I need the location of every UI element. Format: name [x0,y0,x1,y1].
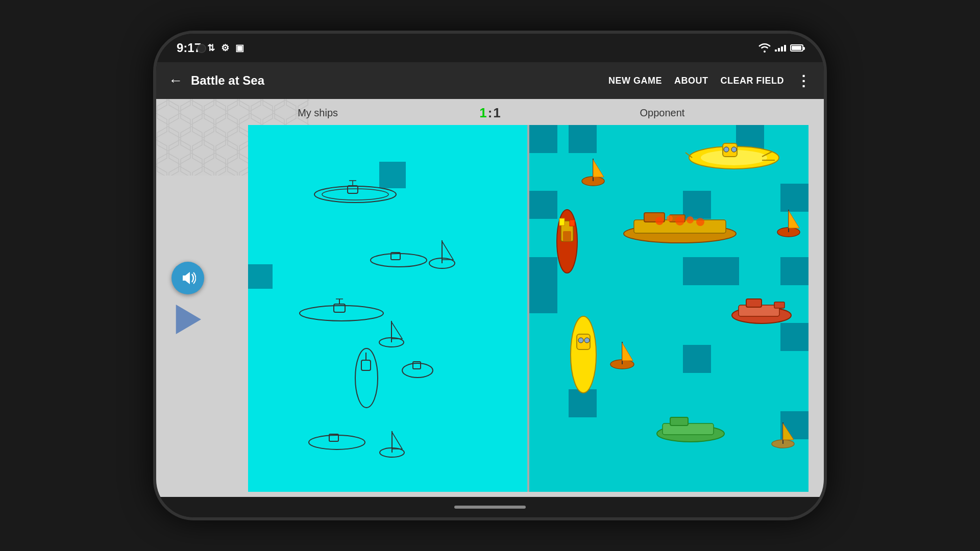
svg-point-16 [300,306,383,321]
left-controls [172,262,204,334]
settings-icon: ⚙ [221,42,229,54]
play-button[interactable] [172,305,201,334]
svg-marker-60 [789,211,799,228]
data-sync-icon: ⇅ [207,42,215,54]
score-player2: 1 [493,105,500,121]
large-vertical-ship [349,345,384,411]
svg-rect-55 [563,231,571,241]
opponent-label: Opponent [501,107,824,119]
volume-down-button[interactable] [153,187,155,217]
speaker-icon [180,270,196,286]
svg-marker-43 [593,160,604,177]
svg-marker-15 [442,241,453,260]
power-button[interactable] [825,182,827,233]
opponent-sailboat-3 [607,338,637,371]
opponent-sailboat-2 [775,206,803,239]
small-ship-1 [365,242,432,270]
toolbar: ← Battle at Sea NEW GAME ABOUT CLEAR FIE… [156,62,824,99]
svg-point-37 [731,147,737,152]
sailboat-2 [377,316,406,349]
score-header: My ships 1 : 1 Opponent [156,99,824,125]
svg-point-48 [655,217,664,225]
signal-icon [775,44,786,52]
status-left: 9:17 ⇅ ⚙ ▣ [177,41,244,55]
svg-point-28 [309,435,365,449]
game-area: My ships 1 : 1 Opponent [156,99,824,497]
sailboat-3 [377,426,407,459]
phone-frame: 9:17 ⇅ ⚙ ▣ ← B [153,31,827,520]
battery-icon [790,44,803,52]
sound-button[interactable] [172,262,204,294]
svg-rect-8 [348,186,358,193]
sailboat-1 [427,235,457,271]
app-title: Battle at Sea [191,73,608,88]
tugboat-2 [652,411,729,444]
submarine-ship-2 [293,294,390,324]
camera-button[interactable] [153,222,155,253]
new-game-button[interactable]: NEW GAME [608,76,662,86]
svg-rect-74 [670,417,688,425]
svg-point-36 [724,147,729,152]
boards-container [248,125,808,492]
opponent-board[interactable] [529,125,808,492]
svg-rect-71 [774,302,785,308]
tugboat-1 [728,294,795,327]
svg-rect-57 [570,220,575,226]
small-sailboat-4 [769,418,797,449]
status-right [758,43,803,53]
clear-field-button[interactable]: CLEAR FIELD [721,76,785,86]
opponent-grid[interactable] [529,125,808,492]
svg-rect-56 [559,218,565,226]
more-options-button[interactable]: ⋮ [796,72,812,89]
wifi-icon [758,43,771,53]
volume-up-button[interactable] [153,146,155,177]
svg-point-52 [696,218,704,226]
svg-rect-24 [361,360,371,370]
svg-point-64 [584,338,590,343]
front-camera [197,44,206,53]
status-bar: 9:17 ⇅ ⚙ ▣ [156,34,824,62]
nav-bar [156,497,824,517]
svg-point-51 [687,216,694,223]
sim-icon: ▣ [235,42,244,54]
cargo-ship-1 [619,206,741,246]
yellow-submarine-2 [566,309,601,400]
back-button[interactable]: ← [168,72,183,89]
small-ship-2 [399,353,437,381]
yellow-submarine-1 [683,132,785,173]
opponent-sailboat-1 [579,155,607,188]
toolbar-actions: NEW GAME ABOUT CLEAR FIELD ⋮ [608,72,812,89]
my-ships-label: My ships [156,107,479,119]
score-display: 1 : 1 [479,105,501,121]
my-ships-grid[interactable] [248,125,527,492]
small-ship-3 [304,426,370,453]
submarine-ship-1 [309,177,401,207]
score-separator: : [488,105,493,121]
home-indicator[interactable] [454,506,526,509]
colored-vertical-ship [552,206,582,277]
svg-marker-5 [183,272,190,284]
svg-marker-32 [392,432,402,449]
svg-point-49 [667,215,673,221]
svg-marker-67 [622,343,633,361]
svg-point-61 [571,316,596,393]
score-player1: 1 [479,105,486,121]
my-ships-board[interactable] [248,125,527,492]
svg-point-26 [402,363,433,378]
svg-marker-22 [391,322,402,339]
svg-point-50 [675,216,684,226]
svg-rect-70 [746,299,762,307]
about-button[interactable]: ABOUT [674,76,708,86]
svg-marker-77 [783,423,794,440]
svg-point-7 [322,189,388,200]
svg-point-63 [578,338,583,343]
